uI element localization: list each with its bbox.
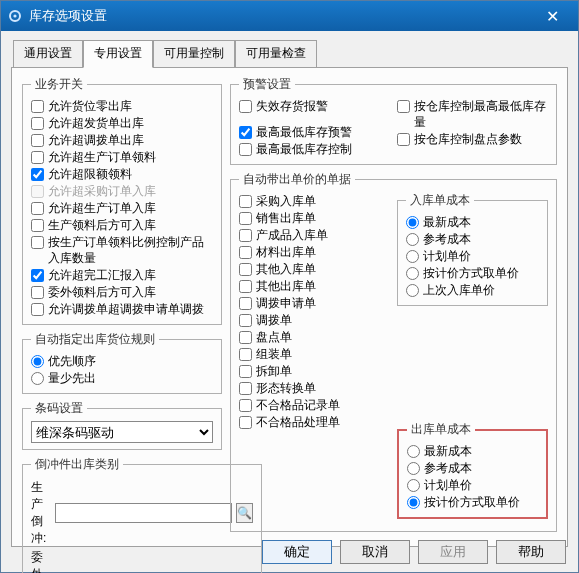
group-in-cost-title: 入库单成本 bbox=[406, 192, 474, 209]
group-warn-setting-title: 预警设置 bbox=[239, 76, 295, 93]
chk-expire-alarm[interactable]: 失效存货报警 bbox=[239, 98, 391, 114]
chk-doc-sales-out[interactable]: 销售出库单 bbox=[239, 210, 389, 226]
cancel-button[interactable]: 取消 bbox=[340, 540, 410, 564]
dialog-footer: 确定 取消 应用 帮助 bbox=[262, 540, 566, 564]
group-flush-type-title: 倒冲件出库类别 bbox=[31, 456, 123, 473]
rad-priority-order[interactable]: 优先顺序 bbox=[31, 353, 213, 369]
group-auto-out-rule-title: 自动指定出库货位规则 bbox=[31, 331, 159, 348]
tab-row: 通用设置 专用设置 可用量控制 可用量检查 bbox=[13, 39, 568, 67]
barcode-driver-select[interactable]: 维深条码驱动 bbox=[31, 421, 213, 443]
tab-general[interactable]: 通用设置 bbox=[13, 40, 83, 68]
group-barcode: 条码设置 维深条码驱动 bbox=[22, 400, 222, 450]
chk-doc-other-in[interactable]: 其他入库单 bbox=[239, 261, 389, 277]
rad-in-ref-cost[interactable]: 参考成本 bbox=[406, 231, 539, 247]
rad-in-latest-cost[interactable]: 最新成本 bbox=[406, 214, 539, 230]
client-area: 通用设置 专用设置 可用量控制 可用量检查 业务开关 允许货位零出库 允许超发货… bbox=[1, 31, 578, 553]
group-barcode-title: 条码设置 bbox=[31, 400, 87, 417]
ok-button[interactable]: 确定 bbox=[262, 540, 332, 564]
lbl-prod-flush: 生产倒冲: bbox=[31, 479, 51, 547]
window-title: 库存选项设置 bbox=[29, 7, 532, 25]
lbl-outsrc-flush: 委外倒冲: bbox=[31, 549, 51, 573]
tab-avail-control[interactable]: 可用量控制 bbox=[153, 40, 235, 68]
chk-allow-zero-loc-out[interactable]: 允许货位零出库 bbox=[31, 98, 213, 114]
group-out-cost: 出库单成本 最新成本 参考成本 计划单价 按计价方式取单价 bbox=[397, 421, 548, 519]
chk-doc-purchase-in[interactable]: 采购入库单 bbox=[239, 193, 389, 209]
tab-avail-check[interactable]: 可用量检查 bbox=[235, 40, 317, 68]
dialog-window: 库存选项设置 ✕ 通用设置 专用设置 可用量控制 可用量检查 业务开关 允许货位… bbox=[0, 0, 579, 573]
chk-doc-disassemble[interactable]: 拆卸单 bbox=[239, 363, 389, 379]
group-auto-price-title: 自动带出单价的单据 bbox=[239, 171, 355, 188]
group-business-switch-title: 业务开关 bbox=[31, 76, 87, 93]
group-in-cost: 入库单成本 最新成本 参考成本 计划单价 按计价方式取单价 上次入库单价 bbox=[397, 192, 548, 306]
group-business-switch: 业务开关 允许货位零出库 允许超发货单出库 允许超调拨单出库 允许超生产订单领料… bbox=[22, 76, 222, 325]
rad-less-first[interactable]: 量少先出 bbox=[31, 370, 213, 386]
rad-out-plan-price[interactable]: 计划单价 bbox=[407, 477, 538, 493]
chk-over-po-in: 允许超采购订单入库 bbox=[31, 183, 213, 199]
group-out-cost-title: 出库单成本 bbox=[407, 421, 475, 438]
chk-doc-product-in[interactable]: 产成品入库单 bbox=[239, 227, 389, 243]
chk-pick-before-in[interactable]: 生产领料后方可入库 bbox=[31, 217, 213, 233]
input-prod-flush[interactable] bbox=[55, 503, 232, 523]
chk-over-mo-in[interactable]: 允许超生产订单入库 bbox=[31, 200, 213, 216]
chk-over-ship-out[interactable]: 允许超发货单出库 bbox=[31, 115, 213, 131]
rad-in-plan-price[interactable]: 计划单价 bbox=[406, 248, 539, 264]
rad-out-ref-cost[interactable]: 参考成本 bbox=[407, 460, 538, 476]
chk-outsource-pick-before-in[interactable]: 委外领料后方可入库 bbox=[31, 284, 213, 300]
chk-doc-other-out[interactable]: 其他出库单 bbox=[239, 278, 389, 294]
chk-mo-pick-ratio[interactable]: 按生产订单领料比例控制产品入库数量 bbox=[31, 234, 213, 266]
gear-icon bbox=[7, 8, 23, 24]
rad-out-latest-cost[interactable]: 最新成本 bbox=[407, 443, 538, 459]
chk-over-limit-pick[interactable]: 允许超限额领料 bbox=[31, 166, 213, 182]
tab-control: 通用设置 专用设置 可用量控制 可用量检查 业务开关 允许货位零出库 允许超发货… bbox=[11, 39, 568, 547]
chk-doc-form-convert[interactable]: 形态转换单 bbox=[239, 380, 389, 396]
chk-doc-assemble[interactable]: 组装单 bbox=[239, 346, 389, 362]
chk-doc-transfer[interactable]: 调拨单 bbox=[239, 312, 389, 328]
rad-in-costing-method[interactable]: 按计价方式取单价 bbox=[406, 265, 539, 281]
group-warn-setting: 预警设置 失效存货报警 最高最低库存预警 最高最低库存控制 按仓库控制最高最低库… bbox=[230, 76, 557, 165]
tab-special[interactable]: 专用设置 bbox=[83, 40, 153, 68]
rad-out-costing-method[interactable]: 按计价方式取单价 bbox=[407, 494, 538, 510]
chk-wh-count-param[interactable]: 按仓库控制盘点参数 bbox=[397, 131, 549, 147]
chk-maxmin-control[interactable]: 最高最低库存控制 bbox=[239, 141, 391, 157]
rad-in-last-in-price[interactable]: 上次入库单价 bbox=[406, 282, 539, 298]
close-button[interactable]: ✕ bbox=[532, 5, 572, 27]
chk-transfer-over-apply[interactable]: 允许调拨单超调拨申请单调拨 bbox=[31, 301, 213, 317]
close-icon: ✕ bbox=[546, 7, 559, 26]
help-button[interactable]: 帮助 bbox=[496, 540, 566, 564]
chk-doc-ng-record[interactable]: 不合格品记录单 bbox=[239, 397, 389, 413]
apply-button[interactable]: 应用 bbox=[418, 540, 488, 564]
group-auto-price: 自动带出单价的单据 采购入库单 销售出库单 产成品入库单 材料出库单 其他入库单… bbox=[230, 171, 557, 532]
group-auto-out-rule: 自动指定出库货位规则 优先顺序 量少先出 bbox=[22, 331, 222, 394]
chk-maxmin-alarm[interactable]: 最高最低库存预警 bbox=[239, 124, 391, 140]
chk-doc-material-out[interactable]: 材料出库单 bbox=[239, 244, 389, 260]
chk-over-mo-pick[interactable]: 允许超生产订单领料 bbox=[31, 149, 213, 165]
chk-wh-maxmin[interactable]: 按仓库控制最高最低库存量 bbox=[397, 98, 549, 130]
chk-doc-count[interactable]: 盘点单 bbox=[239, 329, 389, 345]
chk-over-complete-in[interactable]: 允许超完工汇报入库 bbox=[31, 267, 213, 283]
tab-page-special: 业务开关 允许货位零出库 允许超发货单出库 允许超调拨单出库 允许超生产订单领料… bbox=[11, 67, 568, 547]
group-flush-type: 倒冲件出库类别 生产倒冲: 🔍 委外倒冲: 🔍 bbox=[22, 456, 262, 573]
chk-over-transfer-out[interactable]: 允许超调拨单出库 bbox=[31, 132, 213, 148]
svg-point-1 bbox=[13, 14, 16, 17]
chk-doc-ng-process[interactable]: 不合格品处理单 bbox=[239, 414, 389, 430]
titlebar: 库存选项设置 ✕ bbox=[1, 1, 578, 31]
chk-doc-transfer-apply[interactable]: 调拨申请单 bbox=[239, 295, 389, 311]
